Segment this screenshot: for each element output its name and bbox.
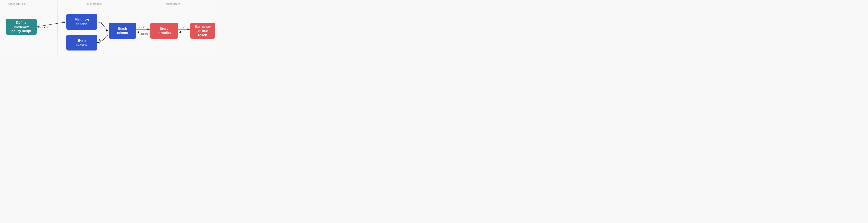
store-wallet-box: Store in wallet	[150, 23, 178, 39]
svg-text:Issue: Issue	[139, 26, 145, 29]
stash-tokens-box: Stash tokens	[108, 23, 136, 39]
section-label-token-users: Token users	[165, 2, 180, 5]
define-monetary-policy-box: Define monetary policy script	[6, 19, 37, 35]
mint-tokens-box: Mint new tokens	[66, 14, 97, 30]
section-label-asset-controller: Asset controller	[8, 2, 27, 5]
svg-text:Use: Use	[180, 26, 184, 29]
section-label-token-issuers: Token issuers	[85, 2, 102, 5]
svg-text:Authorise: Authorise	[38, 26, 48, 29]
diagram: Asset controller Token issuers Token use…	[0, 0, 217, 56]
svg-text:Redeem: Redeem	[139, 32, 148, 35]
svg-text:Burn: Burn	[99, 39, 104, 42]
exchange-token-box: Exchange or use token	[190, 23, 215, 39]
burn-tokens-box: Burn tokens	[66, 35, 97, 51]
divider-2	[143, 0, 143, 56]
svg-text:Stash: Stash	[98, 21, 104, 24]
divider-1	[58, 0, 58, 56]
svg-line-2	[37, 22, 66, 27]
